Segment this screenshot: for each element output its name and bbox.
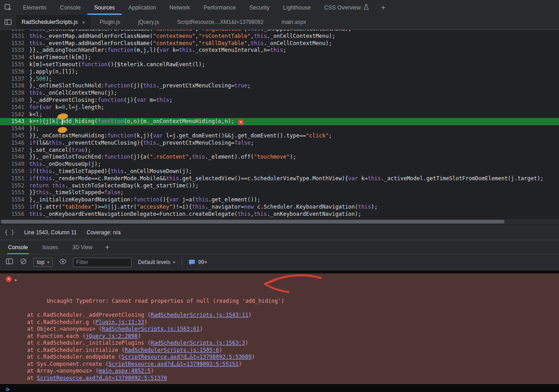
error-message-text: Uncaught TypeError: Cannot read properti… bbox=[47, 298, 284, 304]
tab-network[interactable]: Network bbox=[163, 0, 197, 15]
devtools-window: Elements Console Sources Application Net… bbox=[0, 0, 559, 392]
stack-frame-link[interactable]: main.aspx:4852:5 bbox=[99, 368, 151, 374]
issues-counter[interactable]: 99+ bbox=[188, 259, 207, 266]
drawer-tab-console[interactable]: Console bbox=[7, 240, 29, 254]
code-text: if(this._timeSlotTapped){this._onCellMou… bbox=[29, 168, 192, 175]
line-number[interactable]: 1535 bbox=[0, 61, 28, 68]
stack-frame: at c.RadScheduler._addPreventClosing (Ra… bbox=[0, 312, 559, 319]
line-number[interactable]: 1550 bbox=[0, 168, 28, 175]
code-text: this._eventMap.addHandlerForClassName("c… bbox=[29, 30, 351, 33]
stack-frame-link[interactable]: jQuery.js:2:2898 bbox=[86, 333, 138, 339]
tab-application[interactable]: Application bbox=[122, 0, 163, 15]
issues-bubble-icon bbox=[188, 259, 195, 266]
log-levels-dropdown[interactable]: Default levels ▾ bbox=[138, 259, 175, 265]
file-tab-jquery[interactable]: jQuery.js bbox=[129, 15, 168, 29]
clear-console-icon[interactable] bbox=[20, 258, 27, 267]
pretty-print-icon[interactable]: { } bbox=[5, 229, 14, 236]
line-number[interactable]: 1541 bbox=[0, 104, 28, 111]
more-drawer-tabs-button[interactable]: + bbox=[100, 240, 115, 254]
inspect-icon[interactable] bbox=[0, 0, 16, 15]
error-message-row: × ▶ Uncaught TypeError: Cannot read prop… bbox=[0, 276, 559, 312]
stack-frame: at ScriptResource.axd?d…&t=13798092:5:51… bbox=[0, 375, 559, 382]
stack-frame-link[interactable]: ScriptResource.axd?d…&t=13798092:5:55151 bbox=[109, 361, 239, 367]
file-tab-plugin[interactable]: Plugin.js bbox=[91, 15, 129, 29]
line-number[interactable]: 1540 bbox=[0, 97, 28, 104]
more-tabs-button[interactable]: + bbox=[376, 0, 391, 15]
horizontal-scrollbar bbox=[0, 219, 559, 224]
stack-frame-link[interactable]: RadSchedulerScripts.js:1505:6 bbox=[125, 347, 219, 353]
stack-frame: at Function.each (jQuery.js:2:2898) bbox=[0, 333, 559, 340]
file-tab-label: Plugin.js bbox=[100, 19, 120, 25]
console-prompt[interactable]: > bbox=[0, 384, 559, 392]
filter-input[interactable] bbox=[73, 258, 132, 267]
tab-sources[interactable]: Sources bbox=[87, 0, 122, 15]
line-number[interactable]: 1530 bbox=[0, 30, 28, 33]
line-number[interactable]: 1553 bbox=[0, 189, 28, 196]
stack-frame-link[interactable]: RadSchedulerScripts.js:1563:61 bbox=[102, 326, 200, 332]
code-text: if(j.attr("tabIndex")>=0||j.attr("access… bbox=[29, 204, 377, 211]
chevron-down-icon: ▾ bbox=[173, 260, 175, 264]
stack-frame-link[interactable]: RadSchedulerScripts.js:1563:3 bbox=[151, 340, 245, 346]
code-text: if(l&&this._preventCtxMenuClosing){this.… bbox=[29, 140, 254, 147]
line-number[interactable]: 1555 bbox=[0, 204, 28, 211]
file-tab-mainaspx[interactable]: main.aspx bbox=[273, 15, 315, 29]
line-number[interactable]: 1546 bbox=[0, 140, 28, 147]
toolbar-separator bbox=[182, 258, 182, 266]
tab-elements[interactable]: Elements bbox=[16, 0, 53, 15]
chevron-down-icon: ▾ bbox=[47, 260, 50, 264]
tab-label: Sources bbox=[94, 5, 115, 11]
code-text: this._onCellContextMenu(j); bbox=[29, 90, 117, 97]
line-number[interactable]: 1548 bbox=[0, 154, 28, 161]
line-number[interactable]: 1533 bbox=[0, 47, 28, 54]
line-number[interactable]: 1551 bbox=[0, 175, 28, 182]
line-number[interactable]: 1542 bbox=[0, 111, 28, 119]
code-line: 1532this._eventMap.addHandlerForClassNam… bbox=[0, 40, 559, 47]
line-number[interactable]: 1539 bbox=[0, 90, 28, 97]
line-number[interactable]: 1556 bbox=[0, 211, 28, 218]
stack-frame-link[interactable]: ScriptResource.axd?d…&t=13798092:5:53689 bbox=[122, 354, 252, 360]
line-number[interactable]: 1543 bbox=[0, 118, 28, 125]
line-number[interactable]: 1534 bbox=[0, 54, 28, 61]
line-number[interactable]: 1554 bbox=[0, 196, 28, 204]
code-line: 1548}},_onTimeSlotTouchEnd:function(j){a… bbox=[0, 154, 559, 161]
expand-arrow-icon[interactable]: ▶ bbox=[15, 277, 17, 284]
line-number[interactable]: 1547 bbox=[0, 147, 28, 154]
code-text: }},_addLongTouchHandler:function(m,j,l){… bbox=[29, 47, 286, 54]
line-number[interactable]: 1549 bbox=[0, 161, 28, 168]
tab-console[interactable]: Console bbox=[53, 0, 87, 15]
line-number[interactable]: 1552 bbox=[0, 182, 28, 190]
line-number[interactable]: 1531 bbox=[0, 33, 28, 40]
tab-lighthouse[interactable]: Lighthouse bbox=[277, 0, 318, 15]
file-tab-radschedulerscripts[interactable]: RadSchedulerScripts.js × bbox=[16, 15, 91, 29]
line-number[interactable]: 1532 bbox=[0, 40, 28, 47]
tab-security[interactable]: Security bbox=[242, 0, 276, 15]
drawer-tab-3d-view[interactable]: 3D View bbox=[72, 240, 93, 254]
stack-frame: at Object.<anonymous> (RadSchedulerScrip… bbox=[0, 326, 559, 333]
line-number[interactable]: 1537 bbox=[0, 76, 28, 83]
stack-frame-link[interactable]: RadSchedulerScripts.js:1543:11 bbox=[151, 312, 249, 318]
console-sidebar-icon[interactable] bbox=[5, 257, 14, 267]
tab-label: Console bbox=[8, 244, 28, 251]
line-number[interactable]: 1544 bbox=[0, 125, 28, 132]
line-number[interactable]: 1545 bbox=[0, 132, 28, 140]
close-icon[interactable]: × bbox=[82, 19, 86, 26]
code-editor[interactable]: 1530this._eventMap.addHandlerForClassNam… bbox=[0, 30, 559, 224]
line-number[interactable]: 1538 bbox=[0, 82, 28, 90]
tab-css-overview[interactable]: CSS Overview bbox=[318, 0, 376, 15]
code-text: if(this._renderMode==c.RenderMode.Mobile… bbox=[29, 175, 544, 182]
stack-frame-link[interactable]: ScriptResource.axd?d…&t=13798092:5:51370 bbox=[37, 375, 167, 381]
scrollbar-thumb[interactable] bbox=[1, 220, 504, 223]
line-number[interactable]: 1536 bbox=[0, 68, 28, 76]
live-expression-eye-icon[interactable] bbox=[59, 258, 67, 267]
line-error-icon: × bbox=[238, 119, 244, 125]
stack-frame-link[interactable]: Plugin.js:11:33 bbox=[95, 319, 144, 325]
console-error-message: × ▶ Uncaught TypeError: Cannot read prop… bbox=[0, 273, 559, 384]
file-tab-label: main.aspx bbox=[282, 19, 306, 25]
context-selector[interactable]: top ▾ bbox=[33, 258, 53, 267]
file-tab-scriptresource[interactable]: ScriptResource....XM1&t=13798092 bbox=[168, 15, 273, 29]
drawer-tab-issues[interactable]: Issues bbox=[41, 240, 59, 254]
toggle-navigator-icon[interactable] bbox=[0, 15, 16, 29]
tab-performance[interactable]: Performance bbox=[197, 0, 243, 15]
tab-label: Issues bbox=[42, 244, 58, 251]
code-text: },_addPreventClosing:function(j){var m=t… bbox=[29, 97, 173, 104]
